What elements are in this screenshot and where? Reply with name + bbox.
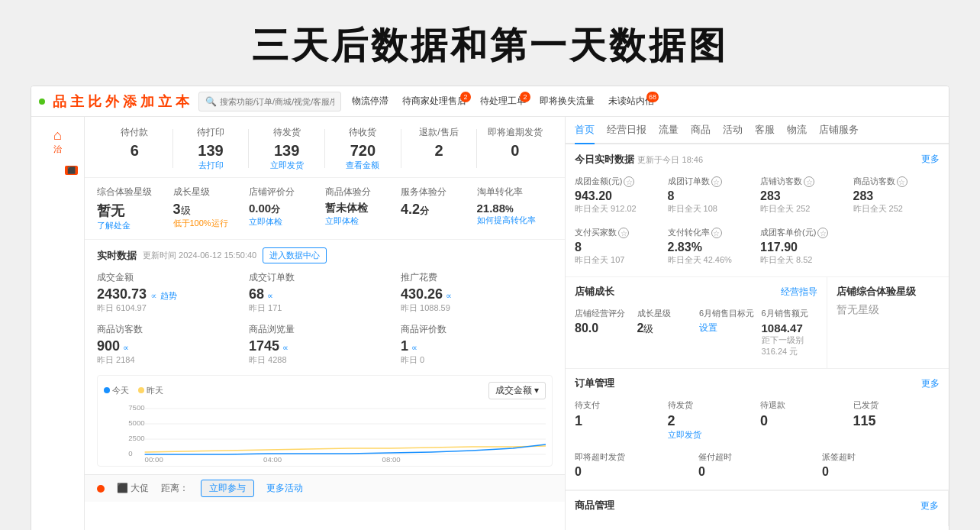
bottom-red-dot	[97, 485, 105, 493]
rating-fuwu: 服务体验分 4.2分	[401, 186, 477, 231]
home-icon: ⌂	[31, 128, 84, 144]
chart-area: 今天 昨天 成交金额 ▾ 7500 5000 2500	[97, 375, 553, 467]
order-timeout-pay: 催付超时 0	[698, 448, 816, 482]
bottom-more-link[interactable]: 更多活动	[266, 482, 303, 495]
right-panel: 首页 经营日报 流量 商品 活动 客服 物流 店铺服务 今日实时数据 更新于今日…	[566, 117, 949, 530]
store-growth-header: 店铺成长 经营指导	[575, 285, 817, 299]
svg-text:08:00: 08:00	[382, 456, 401, 464]
nav-logo: 品 主 比 外 添 加 立 本	[53, 92, 189, 111]
search-icon: 🔍	[205, 96, 217, 107]
svg-text:2500: 2500	[128, 435, 144, 442]
trend-liulan[interactable]: ∝	[282, 343, 289, 353]
goods-header: 商品管理 更多	[575, 499, 939, 512]
chart-legend: 今天 昨天	[104, 385, 163, 396]
nav-items: 物流停滞 待商家处理售后 2 待处理工单 2 即将换失流量 未读站内信 68	[346, 92, 941, 111]
search-bar[interactable]: 🔍	[198, 92, 341, 111]
stat-daifahuo: 待发货 139 立即发货	[249, 126, 324, 171]
chart-type-select[interactable]: 成交金额 ▾	[488, 382, 546, 399]
store-growth-grid: 店铺经营评分 80.0 成长星级 2级 6月销售目标元 设置	[575, 305, 817, 360]
bottom-promo-text: ⬛ 大促	[117, 482, 149, 495]
btn-enter-datacenter[interactable]: 进入数据中心	[263, 247, 327, 263]
stat-daifukuan: 待付款 6	[97, 126, 172, 171]
growth-target: 6月销售目标元 设置	[699, 305, 756, 360]
order-more[interactable]: 更多	[921, 377, 940, 390]
svg-text:00:00: 00:00	[145, 456, 163, 464]
tab-huodong[interactable]: 活动	[723, 117, 743, 144]
no-star-title: 店铺综合体验星级	[837, 285, 940, 299]
today-metric-goods-visitors: 商品访客数 ☆ 283 昨日全天 252	[853, 173, 940, 218]
order-timeout-ship: 即将超时发货 0	[575, 448, 692, 482]
legend-dot-today	[104, 387, 110, 393]
realtime-section: 实时数据 更新时间 2024-06-12 15:50:40 进入数据中心 成交金…	[85, 240, 565, 474]
metric-fangkeshu: 商品访客数 900 ∝ 昨日 2184	[97, 323, 249, 366]
store-growth-more[interactable]: 经营指导	[781, 286, 817, 299]
nav-item-gongdan[interactable]: 待处理工单 2	[474, 92, 532, 111]
svg-text:7500: 7500	[128, 404, 144, 412]
realtime-header: 实时数据 更新时间 2024-06-12 15:50:40 进入数据中心	[97, 247, 553, 263]
today-metric-chengjiao: 成团金额(元) ☆ 943.20 昨日全天 912.02	[575, 173, 662, 218]
svg-text:04:00: 04:00	[263, 456, 282, 464]
trend-fangke[interactable]: ∝	[123, 343, 129, 353]
goods-more[interactable]: 更多	[920, 499, 939, 512]
goods-title: 商品管理	[575, 499, 614, 512]
today-metric-conversion: 支付转化率 ☆ 2.83% 昨日全天 42.46%	[668, 224, 755, 269]
link-liaojie[interactable]: 了解处金	[97, 220, 164, 231]
bottom-join-btn[interactable]: 立即参与	[201, 480, 254, 497]
sidebar-item-data[interactable]: ⬛	[31, 164, 84, 173]
sidebar: ⌂ 治 ⬛	[31, 117, 85, 530]
today-more-link[interactable]: 更多	[921, 153, 940, 166]
promo-section: 全站推广 标准推广 更新于06月11日 推广概览 总花费(元) 235.91	[566, 526, 949, 530]
main-container: 品 主 比 外 添 加 立 本 🔍 物流停滞 待商家处理售后 2 待处理工单 2…	[31, 86, 949, 530]
today-metric-empty	[853, 224, 940, 269]
store-growth-section: 店铺成长 经营指导 店铺经营评分 80.0 成长星级 2级	[566, 277, 827, 368]
trend-tuiguang[interactable]: ∝	[446, 291, 452, 301]
metric-chengjiao: 成交金额 2430.73 ∝ 趋势 昨日 6104.97	[97, 271, 249, 314]
search-input[interactable]	[220, 97, 334, 106]
link-zhuanhua[interactable]: 如何提高转化率	[477, 215, 544, 226]
order-pending-pay: 待支付 1	[575, 396, 662, 444]
rating-pingfen: 店铺评价分 0.00分 立即体检	[249, 186, 325, 231]
growth-level: 成长星级 2级	[637, 305, 694, 360]
link-tijian[interactable]: 立即体检	[249, 216, 316, 228]
nav-item-wuliu[interactable]: 物流停滞	[346, 92, 395, 111]
tab-kefu[interactable]: 客服	[755, 117, 775, 144]
tab-dianpu[interactable]: 店铺服务	[819, 117, 859, 144]
today-metric-dingdan: 成团订单数 ☆ 8 昨日全天 108	[668, 173, 755, 218]
link-quyin[interactable]: 去打印	[173, 160, 249, 171]
metric-pingjia: 商品评价数 1 ∝ 昨日 0	[401, 323, 553, 366]
link-tijian2[interactable]: 立即体检	[325, 215, 392, 227]
link-fahuo[interactable]: 立即发货	[249, 160, 324, 171]
today-title: 今日实时数据	[575, 154, 634, 165]
trend-pingjia[interactable]: ∝	[411, 343, 417, 353]
nav-item-shouhou[interactable]: 待商家处理售后 2	[396, 92, 472, 111]
stats-row: 待付款 6 待打印 139 去打印 待发货 139 立即发货	[85, 117, 565, 178]
tab-wuliu[interactable]: 物流	[787, 117, 807, 144]
tab-jingying[interactable]: 经营日报	[607, 117, 646, 144]
tab-shangpin[interactable]: 商品	[691, 117, 711, 144]
growth-set-target[interactable]: 设置	[699, 322, 756, 334]
today-metric-buyers: 支付买家数 ☆ 8 昨日全天 107	[575, 224, 662, 269]
bottom-time-text: 距离：	[161, 482, 189, 495]
stat-daiyin: 待打印 139 去打印	[173, 126, 249, 171]
top-nav: 品 主 比 外 添 加 立 本 🔍 物流停滞 待商家处理售后 2 待处理工单 2…	[31, 86, 949, 117]
order-section: 订单管理 更多 待支付 1 待发货 2 立即发货	[566, 369, 949, 490]
content-area: ⌂ 治 ⬛ 待付款 6 待打印 139	[31, 117, 949, 530]
today-metric-avg-price: 成团客单价(元) ☆ 117.90 昨日全天 8.52	[760, 224, 847, 269]
tab-liuliang[interactable]: 流量	[659, 117, 679, 144]
order-pending-ship: 待发货 2 立即发货	[668, 396, 755, 444]
sidebar-item-home[interactable]: ⌂ 治	[31, 123, 84, 160]
link-chakan[interactable]: 查看金额	[325, 160, 401, 171]
nav-item-liuliang[interactable]: 即将换失流量	[534, 92, 601, 111]
nav-item-zhanneixin[interactable]: 未读站内信 68	[602, 92, 660, 111]
chart-svg: 7500 5000 2500 0 00:00 04:00	[104, 402, 546, 464]
trend-dingdan[interactable]: ∝	[267, 291, 273, 301]
order-timeout-sign: 派签超时 0	[822, 448, 940, 482]
rating-chengzhang: 成长星级 3级 低于100%运行	[173, 186, 250, 231]
link-fahuo-order[interactable]: 立即发货	[668, 429, 755, 441]
trend-chengjiao[interactable]: ∝ 趋势	[150, 290, 177, 302]
rating-zonghe: 综合体验星级 暂无 了解处金	[97, 186, 173, 231]
tab-home[interactable]: 首页	[575, 117, 595, 144]
metric-liulanliang: 商品浏览量 1745 ∝ 昨日 4288	[249, 323, 401, 366]
svg-text:0: 0	[128, 450, 132, 457]
order-sub-grid: 即将超时发货 0 催付超时 0 派签超时 0	[575, 448, 940, 482]
